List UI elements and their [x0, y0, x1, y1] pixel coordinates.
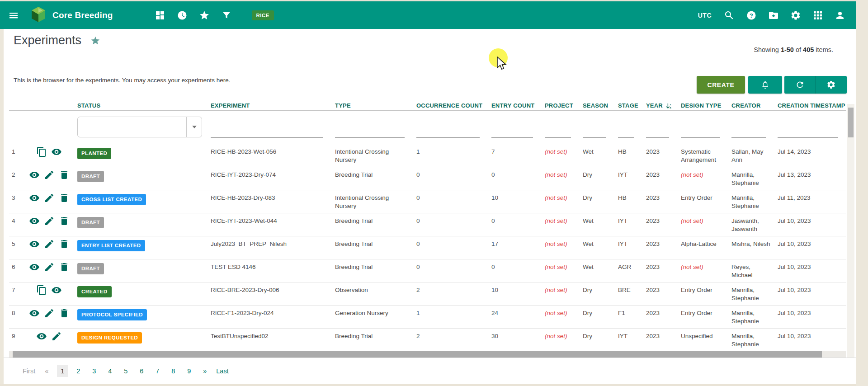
navbar-utility-icons: ?	[724, 10, 845, 21]
chevron-down-icon[interactable]	[186, 117, 202, 137]
search-icon[interactable]	[724, 10, 735, 21]
edit-button[interactable]	[44, 193, 55, 203]
delete-button[interactable]	[59, 239, 70, 249]
entry_count-filter-input[interactable]	[491, 128, 533, 138]
notifications-button[interactable]	[748, 76, 782, 94]
cell-type: Generation Nursery	[335, 305, 416, 328]
view-button[interactable]	[51, 285, 62, 296]
edit-button[interactable]	[44, 239, 55, 249]
navbar-shortcut-icons	[155, 10, 232, 21]
view-button[interactable]	[51, 146, 62, 157]
cell-project: (not set)	[545, 167, 583, 190]
crop-badge[interactable]: RICE	[252, 10, 274, 20]
page-4[interactable]: 4	[104, 365, 115, 377]
page-last[interactable]: Last	[215, 365, 229, 377]
cell-project: (not set)	[545, 259, 583, 282]
column-header-stage[interactable]: STAGE	[618, 102, 646, 111]
star-icon[interactable]	[199, 10, 210, 21]
cell-season: Dry	[583, 167, 618, 190]
delete-button[interactable]	[59, 308, 70, 319]
edit-button[interactable]	[44, 216, 55, 226]
cell-experiment: RICE-HB-2023-Dry-083	[211, 190, 335, 213]
column-header-occurrence_count[interactable]: OCCURRENCE COUNT	[416, 102, 491, 111]
edit-button[interactable]	[51, 331, 62, 342]
delete-button[interactable]	[59, 169, 70, 180]
stage-filter-input[interactable]	[618, 128, 634, 138]
dashboard-icon[interactable]	[155, 10, 165, 21]
copy-button[interactable]	[36, 146, 47, 157]
favorite-star-icon[interactable]	[90, 36, 100, 46]
page-current[interactable]: 1	[57, 365, 68, 377]
page-2[interactable]: 2	[73, 365, 84, 377]
cell-type: Breeding Trial	[335, 213, 416, 236]
delete-button[interactable]	[59, 216, 70, 226]
refresh-button[interactable]	[784, 76, 816, 94]
vertical-scrollbar[interactable]	[847, 104, 854, 380]
column-header-entry_count[interactable]: ENTRY COUNT	[491, 102, 545, 111]
help-icon[interactable]: ?	[746, 10, 757, 21]
view-button[interactable]	[29, 169, 40, 180]
horizontal-scrollbar-thumb[interactable]	[13, 351, 822, 358]
page-3[interactable]: 3	[89, 365, 99, 377]
cell-stage: IYT	[618, 167, 646, 190]
account-icon[interactable]	[835, 10, 845, 21]
page-[interactable]: »	[199, 365, 210, 377]
view-button[interactable]	[36, 331, 47, 342]
page-7[interactable]: 7	[152, 365, 163, 377]
page-9[interactable]: 9	[184, 365, 194, 377]
create-button[interactable]: CREATE	[697, 76, 745, 94]
timezone-label[interactable]: UTC	[698, 12, 712, 19]
page-5[interactable]: 5	[120, 365, 131, 377]
delete-button[interactable]	[59, 193, 70, 203]
cell-entry_count: 7	[491, 144, 545, 167]
cell-year: 2023	[646, 167, 681, 190]
creation_timestamp-filter-input[interactable]	[778, 128, 838, 138]
design_type-filter-input[interactable]	[681, 128, 720, 138]
season-filter-input[interactable]	[583, 128, 606, 138]
column-header-creation_timestamp[interactable]: CREATION TIMESTAMP	[778, 102, 846, 111]
column-header-status[interactable]: STATUS	[77, 102, 211, 111]
clock-icon[interactable]	[177, 10, 188, 21]
view-button[interactable]	[29, 239, 40, 249]
apps-icon[interactable]	[812, 10, 823, 21]
grid-settings-button[interactable]	[816, 76, 847, 94]
year-filter-input[interactable]	[646, 128, 669, 138]
view-button[interactable]	[29, 262, 40, 273]
vertical-scrollbar-thumb[interactable]	[848, 108, 854, 137]
folder-star-icon[interactable]	[768, 10, 779, 21]
window-edge-left	[0, 29, 4, 386]
page-8[interactable]: 8	[168, 365, 179, 377]
status-filter-select[interactable]	[77, 117, 202, 137]
edit-button[interactable]	[44, 169, 55, 180]
view-button[interactable]	[29, 216, 40, 226]
cell-stage: F1	[618, 305, 646, 328]
menu-icon[interactable]	[8, 10, 19, 21]
cell-entry_count: 10	[491, 282, 545, 305]
column-header-design_type[interactable]: DESIGN TYPE	[681, 102, 731, 111]
page-6[interactable]: 6	[136, 365, 147, 377]
delete-button[interactable]	[59, 262, 70, 273]
creator-filter-input[interactable]	[731, 128, 766, 138]
project-filter-input[interactable]	[545, 128, 571, 138]
settings-icon[interactable]	[790, 10, 801, 21]
edit-button[interactable]	[44, 308, 55, 319]
view-button[interactable]	[29, 193, 40, 203]
experiment-filter-input[interactable]	[211, 128, 323, 138]
edit-button[interactable]	[44, 262, 55, 273]
column-header-type[interactable]: TYPE	[335, 102, 416, 111]
cell-status: PLANTED	[77, 144, 211, 167]
window-edge-right[interactable]	[856, 0, 868, 386]
view-button[interactable]	[29, 308, 40, 319]
type-filter-input[interactable]	[335, 128, 405, 138]
column-header-project[interactable]: PROJECT	[545, 102, 583, 111]
filter-icon[interactable]	[221, 10, 232, 21]
column-header-experiment[interactable]: EXPERIMENT	[211, 102, 335, 111]
column-header-season[interactable]: SEASON	[583, 102, 618, 111]
occurrence_count-filter-input[interactable]	[416, 128, 480, 138]
copy-button[interactable]	[36, 285, 47, 296]
cell-design_type: (not set)	[681, 167, 731, 190]
column-header-creator[interactable]: CREATOR	[731, 102, 778, 111]
sort-descending-icon[interactable]: za	[665, 102, 673, 111]
horizontal-scrollbar[interactable]	[9, 351, 846, 358]
column-header-year[interactable]: YEARza	[646, 102, 681, 111]
